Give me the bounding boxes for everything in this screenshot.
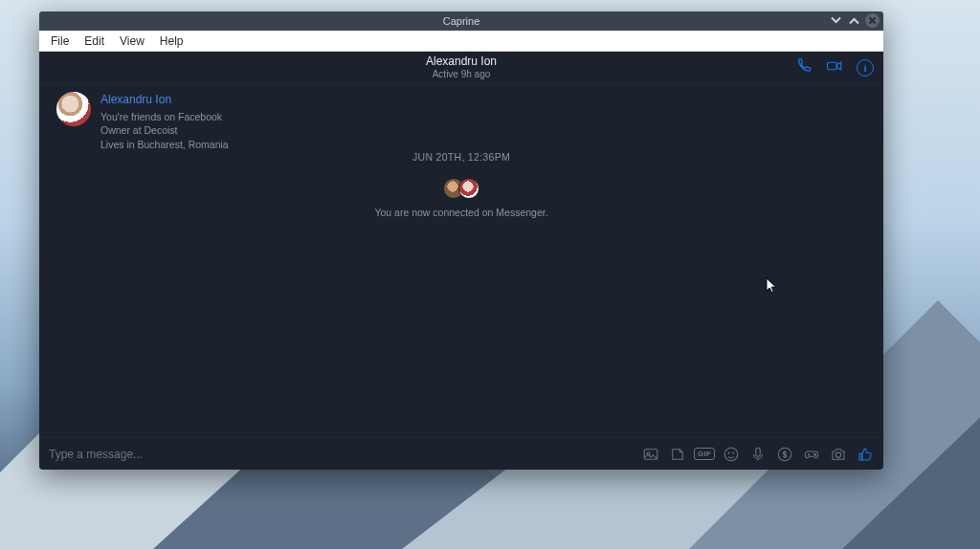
svg-point-9 [815, 454, 816, 455]
contact-name-link[interactable]: Alexandru Ion [100, 92, 229, 108]
connected-text: You are now connected on Messenger. [39, 207, 883, 218]
video-icon [826, 57, 843, 75]
conversation-header: Alexandru Ion Active 9h ago i [39, 52, 883, 84]
header-actions: i [795, 57, 874, 78]
timeline-timestamp: JUN 20TH, 12:36PM [39, 151, 883, 163]
composer-actions: GIF [642, 446, 874, 463]
svg-point-8 [813, 453, 814, 454]
camera-button[interactable] [830, 446, 847, 463]
avatar-small [458, 178, 479, 199]
gif-icon: GIF [694, 448, 714, 460]
video-call-button[interactable] [826, 57, 843, 78]
desktop-background: Caprine File Edit View Help Alexandru [0, 0, 980, 549]
microphone-icon [749, 446, 767, 463]
menu-edit[interactable]: Edit [78, 33, 110, 50]
chat-body: Alexandru Ion You're friends on Facebook… [39, 84, 883, 437]
phone-icon [795, 57, 813, 75]
menu-view[interactable]: View [114, 33, 150, 50]
gif-button[interactable]: GIF [696, 446, 713, 463]
info-icon: i [863, 62, 866, 74]
camera-icon [830, 446, 847, 463]
minimize-button[interactable] [829, 13, 843, 28]
svg-point-3 [724, 448, 738, 461]
conversation-status: Active 9h ago [426, 69, 497, 80]
payment-button[interactable] [776, 446, 793, 463]
gamepad-icon [803, 446, 820, 463]
svg-point-10 [835, 452, 840, 457]
voice-call-button[interactable] [795, 57, 813, 78]
svg-rect-6 [756, 448, 761, 456]
connected-system-message: You are now connected on Messenger. [39, 178, 883, 218]
message-composer: GIF [39, 437, 883, 470]
message-input[interactable] [49, 448, 633, 461]
photo-button[interactable] [642, 446, 659, 463]
contact-intro-text: Alexandru Ion You're friends on Facebook… [100, 92, 229, 152]
contact-avatar[interactable] [56, 92, 91, 126]
close-button[interactable] [865, 13, 880, 28]
contact-location-line: Lives in Bucharest, Romania [100, 138, 229, 152]
dollar-icon [776, 446, 793, 463]
maximize-button[interactable] [847, 13, 861, 28]
games-button[interactable] [803, 446, 820, 463]
svg-rect-0 [828, 62, 837, 70]
svg-point-4 [728, 452, 729, 453]
thumbs-up-icon [857, 446, 874, 463]
sticker-button[interactable] [669, 446, 686, 463]
contact-friends-line: You're friends on Facebook [100, 110, 229, 124]
sticker-icon [669, 446, 686, 463]
emoji-icon [723, 446, 740, 463]
contact-intro: Alexandru Ion You're friends on Facebook… [56, 92, 229, 152]
contact-job-line: Owner at Decoist [100, 123, 229, 138]
window-controls [829, 13, 880, 28]
voice-clip-button[interactable] [749, 446, 767, 463]
menu-help[interactable]: Help [154, 33, 189, 50]
like-button[interactable] [857, 446, 874, 463]
svg-point-5 [733, 452, 734, 453]
window-title: Caprine [443, 15, 480, 27]
conversation-info-button[interactable]: i [857, 59, 874, 77]
emoji-button[interactable] [723, 446, 740, 463]
conversation-name: Alexandru Ion [426, 55, 497, 69]
avatar-pair [443, 178, 479, 199]
window-titlebar[interactable]: Caprine [39, 11, 883, 31]
photo-icon [642, 446, 659, 463]
app-window: Caprine File Edit View Help Alexandru [39, 11, 883, 470]
menu-file[interactable]: File [45, 33, 75, 50]
menu-bar: File Edit View Help [39, 31, 883, 52]
